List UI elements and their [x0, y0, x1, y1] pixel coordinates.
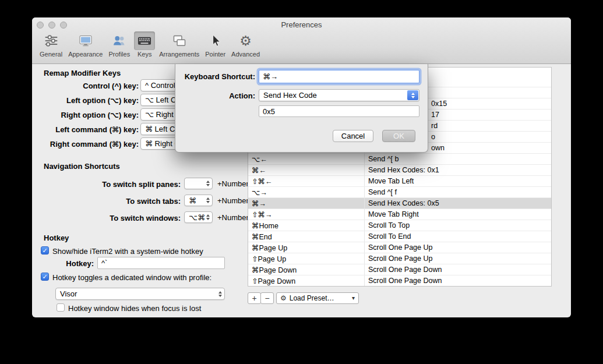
toolbar: General Appearance Profiles Keys	[37, 31, 263, 58]
table-row-selected[interactable]: ⌘→Send Hex Codes: 0x5	[248, 198, 551, 209]
toolbar-tab-general[interactable]: General	[38, 31, 64, 58]
row-action: Move Tab Right	[365, 209, 551, 220]
right-option-key-label: Right option (⌥) key:	[44, 111, 139, 119]
updown-arrows-icon	[206, 197, 210, 203]
hex-code-input[interactable]: 0x5	[259, 105, 419, 117]
control-key-label: Control (^) key:	[44, 82, 139, 90]
keyboard-shortcut-label: Keyboard Shortcut:	[175, 72, 255, 81]
row-key: ⌘→	[248, 198, 365, 208]
toolbar-tab-advanced[interactable]: ⚙ Advanced	[230, 31, 262, 58]
table-row[interactable]: ⌘HomeScroll To Top	[248, 220, 551, 231]
navigation-shortcuts-header: Navigation Shortcuts	[44, 162, 120, 171]
check-icon: ✓	[42, 248, 47, 254]
table-row[interactable]: ⇧⌘←Move Tab Left	[248, 176, 551, 187]
row-action: Send ^[ b	[365, 154, 551, 164]
toolbar-tab-pointer[interactable]: Pointer	[203, 31, 227, 58]
toolbar-tab-profiles[interactable]: Profiles	[107, 31, 132, 58]
row-action: Move Tab Left	[365, 176, 551, 186]
dedicated-window-checkbox[interactable]: ✓	[41, 273, 49, 281]
switch-split-panes-label: To switch split panes:	[44, 180, 181, 189]
row-action: Scroll To End	[365, 231, 551, 242]
row-action: Scroll One Page Up	[365, 253, 551, 264]
row-action: Scroll One Page Up	[365, 242, 551, 253]
people-icon	[109, 31, 130, 50]
toolbar-tab-label: Profiles	[107, 51, 132, 58]
row-key: ⌘End	[248, 231, 365, 242]
keyboard-shortcut-input[interactable]: ⌘→	[259, 70, 419, 83]
preferences-window: Preferences General Appearance Profiles	[32, 17, 571, 317]
hotkey-value: ^`	[101, 259, 107, 267]
cancel-button[interactable]: Cancel	[333, 130, 373, 142]
table-row[interactable]: ⌘←Send Hex Codes: 0x1	[248, 165, 551, 176]
updown-arrows-icon	[218, 291, 222, 297]
toolbar-tab-arrangements[interactable]: Arrangements	[157, 31, 201, 58]
toolbar-tab-label: General	[38, 51, 64, 58]
toolbar-tab-appearance[interactable]: Appearance	[66, 31, 104, 58]
table-row[interactable]: ⌘EndScroll To End	[248, 231, 551, 242]
row-key: ⌘←	[248, 165, 365, 175]
left-option-key-label: Left option (⌥) key:	[44, 96, 139, 105]
switch-windows-select[interactable]: ⌥⌘	[184, 211, 213, 223]
table-row[interactable]: ⌥←Send ^[ b	[248, 154, 551, 165]
row-action: Send ^[ f	[365, 187, 551, 197]
select-value: Send Hex Code	[263, 91, 317, 100]
row-action: Send Hex Codes: 0x5	[365, 198, 551, 208]
row-key: ⇧Page Down	[248, 275, 365, 286]
load-preset-label: Load Preset…	[290, 294, 334, 302]
remap-modifier-keys-header: Remap Modifier Keys	[44, 69, 121, 77]
load-preset-button[interactable]: ⚙ Load Preset… ▾	[276, 292, 359, 304]
monitor-icon	[75, 31, 96, 50]
table-row[interactable]: ⌘Page UpScroll One Page Up	[248, 242, 551, 253]
table-row[interactable]: ⇧⌘→Move Tab Right	[248, 209, 551, 220]
keyboard-shortcut-value: ⌘→	[263, 72, 278, 81]
select-value: Visor	[60, 289, 77, 298]
right-command-key-label: Right command (⌘) key:	[44, 140, 139, 149]
row-key: ⌘Page Up	[248, 242, 365, 253]
hotkey-hides-checkbox[interactable]	[57, 303, 65, 312]
hotkey-input[interactable]: ^`	[97, 257, 225, 269]
switch-tabs-select[interactable]: ⌘	[184, 195, 213, 206]
dedicated-window-label: Hotkey toggles a dedicated window with p…	[52, 273, 211, 282]
row-key: ⌘Page Down	[248, 264, 365, 275]
check-icon: ✓	[42, 274, 47, 280]
row-key: ⇧Page Up	[248, 253, 365, 264]
ok-button[interactable]: OK	[382, 130, 415, 142]
select-value: ⌥⌘	[189, 213, 205, 222]
switch-windows-label: To switch windows:	[44, 214, 181, 222]
row-key: ⇧⌘←	[248, 176, 365, 186]
row-action: Send Hex Codes: 0x1	[365, 165, 551, 175]
action-label: Action:	[175, 91, 255, 100]
toolbar-tab-keys[interactable]: Keys	[134, 31, 155, 58]
table-row[interactable]: ⌥→Send ^[ f	[248, 187, 551, 198]
hotkey-profile-select[interactable]: Visor	[55, 288, 225, 300]
hotkey-hides-label: Hotkey window hides when focus is lost	[68, 304, 201, 313]
plus-number-suffix: +Number	[217, 196, 249, 205]
plus-number-suffix: +Number	[217, 213, 249, 222]
updown-arrows-icon	[407, 90, 418, 100]
row-action: Scroll To Top	[365, 220, 551, 231]
toolbar-tab-label: Arrangements	[157, 51, 201, 58]
keyboard-icon	[134, 31, 155, 50]
dropdown-arrow-icon: ▾	[352, 295, 355, 301]
table-row[interactable]: ⌘Page DownScroll One Page Down	[248, 264, 551, 275]
hotkey-header: Hotkey	[44, 234, 69, 242]
select-value: ^ Control	[145, 81, 175, 90]
switch-split-panes-select[interactable]	[184, 178, 213, 189]
add-mapping-button[interactable]: +	[248, 292, 261, 304]
show-hide-hotkey-checkbox[interactable]: ✓	[41, 246, 49, 255]
toolbar-tab-label: Keys	[136, 51, 153, 58]
remove-mapping-button[interactable]: −	[260, 292, 274, 304]
window-title: Preferences	[32, 20, 571, 29]
row-key: ⌘Home	[248, 220, 365, 231]
left-command-key-label: Left command (⌘) key:	[44, 125, 139, 134]
plus-number-suffix: +Number	[217, 179, 249, 188]
sliders-icon	[41, 31, 62, 50]
row-action: Scroll One Page Down	[365, 275, 551, 286]
table-row[interactable]: ⇧Page DownScroll One Page Down	[248, 275, 551, 287]
show-hide-hotkey-label: Show/hide iTerm2 with a system-wide hotk…	[52, 247, 203, 256]
updown-arrows-icon	[206, 181, 210, 186]
action-select[interactable]: Send Hex Code	[259, 89, 419, 101]
row-key: ⇧⌘→	[248, 209, 365, 220]
table-row[interactable]: ⇧Page UpScroll One Page Up	[248, 253, 551, 264]
row-key: ⌥→	[248, 187, 365, 197]
